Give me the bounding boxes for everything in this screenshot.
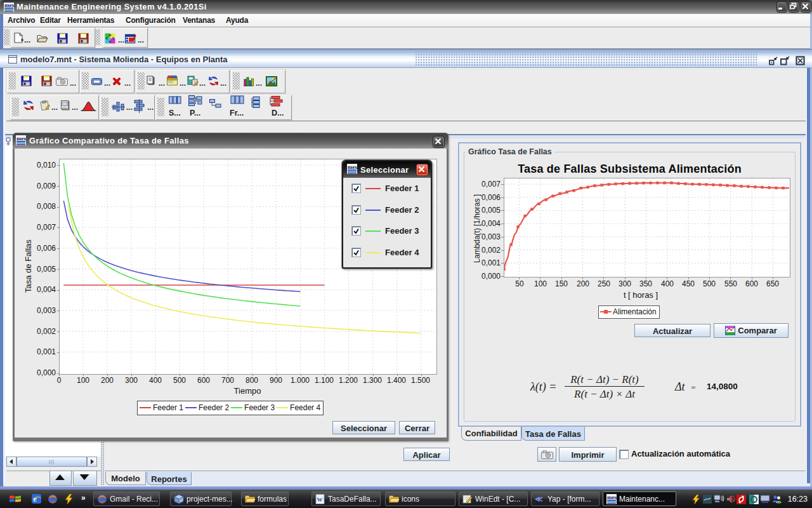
svg-text:mes: mes bbox=[348, 164, 357, 170]
svg-text:mes: mes bbox=[4, 2, 14, 8]
svg-text:mes: mes bbox=[16, 135, 26, 142]
svg-text:≪: ≪ bbox=[535, 495, 543, 503]
svg-text:mes: mes bbox=[607, 494, 617, 500]
svg-text:W: W bbox=[317, 497, 323, 503]
